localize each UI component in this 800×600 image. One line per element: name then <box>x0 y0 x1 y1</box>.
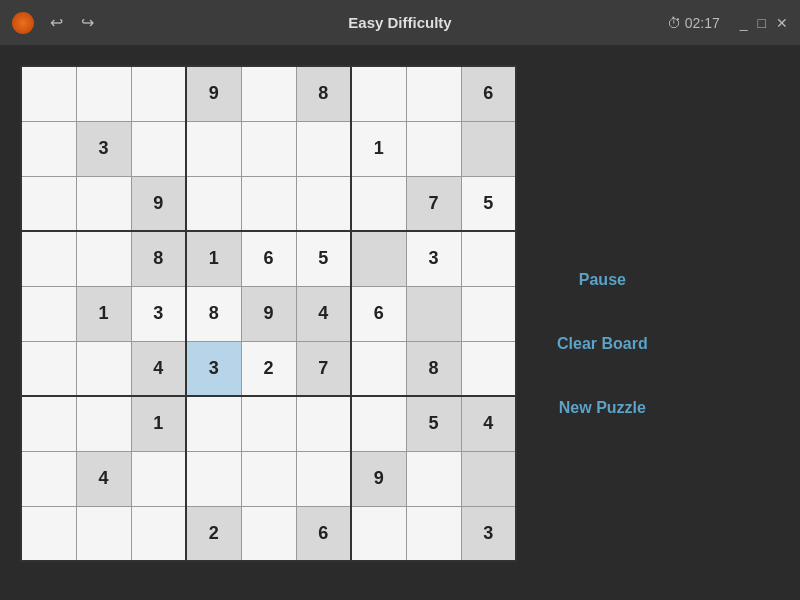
sudoku-cell[interactable]: 1 <box>351 121 406 176</box>
title-bar: ↩ ↪ Easy Difficulty ⏱ 02:17 _ □ ✕ <box>0 0 800 45</box>
sudoku-cell[interactable] <box>21 176 76 231</box>
sudoku-cell[interactable] <box>351 396 406 451</box>
sudoku-cell[interactable] <box>21 286 76 341</box>
sudoku-cell[interactable] <box>76 396 131 451</box>
sudoku-cell[interactable] <box>406 66 461 121</box>
sudoku-cell[interactable] <box>296 396 351 451</box>
sudoku-cell[interactable] <box>21 341 76 396</box>
new-puzzle-button[interactable]: New Puzzle <box>537 391 668 425</box>
sudoku-cell[interactable] <box>241 506 296 561</box>
sudoku-cell[interactable] <box>351 231 406 286</box>
sudoku-cell[interactable]: 8 <box>406 341 461 396</box>
sudoku-cell[interactable] <box>461 286 516 341</box>
sudoku-cell[interactable]: 4 <box>296 286 351 341</box>
sudoku-cell[interactable]: 4 <box>461 396 516 451</box>
sudoku-cell[interactable] <box>296 451 351 506</box>
sudoku-cell[interactable] <box>21 396 76 451</box>
sudoku-cell[interactable] <box>296 176 351 231</box>
title-bar-right: ⏱ 02:17 _ □ ✕ <box>667 15 788 31</box>
sudoku-cell[interactable]: 9 <box>186 66 241 121</box>
sudoku-cell[interactable] <box>131 506 186 561</box>
sudoku-cell[interactable] <box>241 451 296 506</box>
sudoku-cell[interactable] <box>461 341 516 396</box>
sudoku-cell[interactable]: 9 <box>351 451 406 506</box>
minimize-button[interactable]: _ <box>740 15 748 31</box>
sudoku-cell[interactable]: 6 <box>461 66 516 121</box>
sudoku-cell[interactable]: 3 <box>131 286 186 341</box>
timer-value: 02:17 <box>685 15 720 31</box>
sudoku-cell[interactable]: 3 <box>76 121 131 176</box>
sudoku-cell[interactable] <box>406 506 461 561</box>
sudoku-cell[interactable] <box>21 451 76 506</box>
sudoku-cell[interactable] <box>76 231 131 286</box>
title-bar-left: ↩ ↪ <box>12 11 100 34</box>
maximize-button[interactable]: □ <box>758 15 766 31</box>
sudoku-cell[interactable]: 6 <box>351 286 406 341</box>
window-controls: _ □ ✕ <box>740 15 788 31</box>
sudoku-cell[interactable] <box>76 506 131 561</box>
sudoku-cell[interactable]: 5 <box>461 176 516 231</box>
sudoku-cell[interactable]: 7 <box>296 341 351 396</box>
sudoku-cell[interactable]: 5 <box>406 396 461 451</box>
sudoku-cell[interactable] <box>241 396 296 451</box>
sudoku-cell[interactable]: 9 <box>131 176 186 231</box>
sudoku-cell[interactable]: 3 <box>406 231 461 286</box>
sudoku-cell[interactable] <box>186 396 241 451</box>
sudoku-cell[interactable] <box>351 176 406 231</box>
undo-redo-group: ↩ ↪ <box>44 11 100 34</box>
sudoku-cell[interactable]: 4 <box>131 341 186 396</box>
redo-button[interactable]: ↪ <box>75 11 100 34</box>
sudoku-cell[interactable] <box>21 231 76 286</box>
sudoku-cell[interactable]: 8 <box>296 66 351 121</box>
sudoku-cell[interactable]: 5 <box>296 231 351 286</box>
sudoku-cell[interactable] <box>351 506 406 561</box>
sudoku-cell[interactable] <box>461 451 516 506</box>
main-content: 98631975816531389464327815449263 Pause C… <box>0 45 800 582</box>
sudoku-cell[interactable] <box>21 66 76 121</box>
sudoku-cell[interactable] <box>186 176 241 231</box>
sudoku-cell[interactable]: 6 <box>296 506 351 561</box>
timer-icon: ⏱ <box>667 15 681 31</box>
sudoku-cell[interactable]: 2 <box>241 341 296 396</box>
sudoku-cell[interactable] <box>21 121 76 176</box>
sudoku-cell[interactable] <box>131 66 186 121</box>
sudoku-cell[interactable]: 4 <box>76 451 131 506</box>
sudoku-cell[interactable] <box>461 231 516 286</box>
sudoku-cell[interactable]: 1 <box>131 396 186 451</box>
sudoku-cell[interactable]: 1 <box>186 231 241 286</box>
sudoku-cell[interactable] <box>241 176 296 231</box>
sudoku-cell[interactable]: 8 <box>186 286 241 341</box>
pause-button[interactable]: Pause <box>537 263 668 297</box>
sudoku-cell[interactable]: 9 <box>241 286 296 341</box>
side-panel: Pause Clear Board New Puzzle <box>537 65 668 562</box>
sudoku-cell[interactable]: 7 <box>406 176 461 231</box>
close-button[interactable]: ✕ <box>776 15 788 31</box>
sudoku-cell[interactable]: 3 <box>186 341 241 396</box>
sudoku-cell[interactable] <box>351 66 406 121</box>
sudoku-cell[interactable] <box>406 286 461 341</box>
sudoku-cell[interactable] <box>296 121 351 176</box>
sudoku-cell[interactable] <box>186 121 241 176</box>
sudoku-cell[interactable] <box>131 121 186 176</box>
app-icon <box>12 12 34 34</box>
sudoku-cell[interactable] <box>76 341 131 396</box>
sudoku-cell[interactable]: 3 <box>461 506 516 561</box>
sudoku-cell[interactable] <box>241 121 296 176</box>
sudoku-cell[interactable] <box>21 506 76 561</box>
clear-board-button[interactable]: Clear Board <box>537 327 668 361</box>
sudoku-cell[interactable] <box>351 341 406 396</box>
sudoku-cell[interactable]: 6 <box>241 231 296 286</box>
sudoku-cell[interactable] <box>131 451 186 506</box>
sudoku-cell[interactable]: 2 <box>186 506 241 561</box>
undo-button[interactable]: ↩ <box>44 11 69 34</box>
sudoku-cell[interactable] <box>186 451 241 506</box>
sudoku-cell[interactable] <box>76 66 131 121</box>
timer-display: ⏱ 02:17 <box>667 15 720 31</box>
sudoku-cell[interactable]: 1 <box>76 286 131 341</box>
sudoku-cell[interactable] <box>461 121 516 176</box>
sudoku-cell[interactable] <box>241 66 296 121</box>
sudoku-cell[interactable] <box>406 121 461 176</box>
sudoku-cell[interactable] <box>406 451 461 506</box>
sudoku-cell[interactable] <box>76 176 131 231</box>
sudoku-cell[interactable]: 8 <box>131 231 186 286</box>
